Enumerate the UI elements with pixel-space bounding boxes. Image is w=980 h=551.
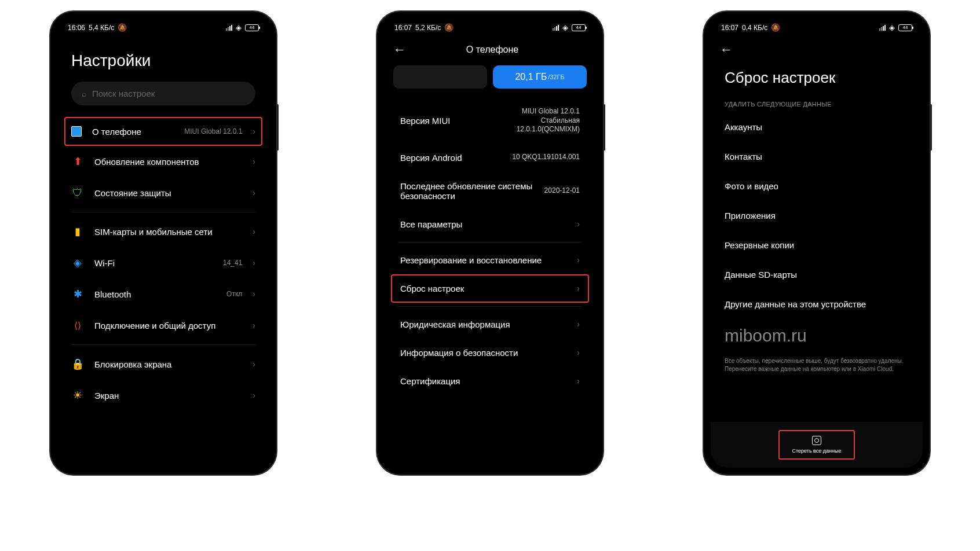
status-time: 16:07: [394, 24, 412, 32]
storage-used: 20,1 ГБ: [515, 72, 547, 82]
row-legal[interactable]: Юридическая информация ›: [391, 310, 589, 339]
status-time: 16:06: [68, 24, 85, 32]
mute-icon: 🔕: [771, 23, 780, 32]
row-all-specs[interactable]: Все параметры ›: [391, 210, 589, 238]
wifi-icon: ◈: [71, 256, 84, 269]
phone-reset: 16:07 0,4 КБ/с 🔕 ◈ 44 ← Сброс настроек У…: [704, 12, 930, 475]
status-bar: 16:07 5,2 КБ/с 🔕 ◈ 44: [384, 19, 596, 34]
back-button[interactable]: ←: [720, 42, 733, 57]
row-certification[interactable]: Сертификация ›: [391, 367, 589, 395]
status-speed: 5,4 КБ/с: [89, 24, 114, 32]
sim-icon: ▮: [71, 225, 84, 238]
signal-icon: [226, 25, 232, 31]
item-wifi[interactable]: ◈ Wi-Fi 14_41 ›: [64, 247, 262, 278]
chevron-right-icon: ›: [577, 219, 580, 229]
item-connection-share[interactable]: ⟨⟩ Подключение и общий доступ ›: [64, 310, 262, 341]
storage-total: /32ГБ: [548, 74, 564, 80]
divider: [398, 242, 582, 243]
item-sim[interactable]: ▮ SIM-карты и мобильные сети ›: [64, 216, 262, 247]
header-bar: ←: [711, 34, 923, 57]
section-label: УДАЛИТЬ СЛЕДУЮЩИЕ ДАННЫЕ: [711, 97, 923, 112]
erase-label: Стереть все данные: [792, 448, 842, 454]
search-placeholder: Поиск настроек: [92, 89, 155, 98]
page-title: Настройки: [57, 34, 269, 82]
signal-icon: [553, 25, 559, 31]
wifi-icon: ◈: [889, 23, 895, 32]
status-speed: 0,4 КБ/с: [742, 24, 767, 32]
data-other: Другие данные на этом устройстве: [711, 289, 923, 319]
row-backup-restore[interactable]: Резервирование и восстановление ›: [391, 246, 589, 274]
divider: [71, 212, 255, 212]
chevron-right-icon: ›: [253, 258, 255, 267]
mute-icon: 🔕: [444, 23, 454, 32]
item-component-update[interactable]: ⬆ Обновление компонентов ›: [64, 146, 262, 177]
battery-icon: 44: [572, 24, 586, 31]
data-accounts: Аккаунты: [711, 112, 923, 142]
chevron-right-icon: ›: [577, 319, 580, 329]
phone-about: 16:07 5,2 КБ/с 🔕 ◈ 44 ← О телефоне 20,1 …: [377, 12, 603, 475]
search-input[interactable]: ⌕ Поиск настроек: [71, 82, 255, 105]
disclaimer: Все объекты, перечисленные выше, будут б…: [711, 352, 923, 380]
erase-bar: Стереть все данные: [711, 422, 923, 468]
divider: [398, 306, 582, 307]
phone-settings: 16:06 5,4 КБ/с 🔕 ◈ 44 Настройки ⌕ Поиск …: [50, 12, 276, 475]
wifi-icon: ◈: [562, 23, 568, 32]
share-icon: ⟨⟩: [71, 319, 84, 332]
chevron-right-icon: ›: [253, 359, 255, 369]
item-bluetooth[interactable]: ✱ Bluetooth Откл ›: [64, 278, 262, 310]
chevron-right-icon: ›: [253, 289, 255, 299]
data-sd: Данные SD-карты: [711, 260, 923, 289]
status-bar: 16:06 5,4 КБ/с 🔕 ◈ 44: [57, 19, 269, 34]
phone-icon: [71, 126, 82, 137]
chevron-right-icon: ›: [253, 127, 255, 136]
data-apps: Приложения: [711, 201, 923, 230]
data-backups: Резервные копии: [711, 230, 923, 260]
lock-icon: 🔒: [71, 358, 84, 370]
chevron-right-icon: ›: [253, 321, 255, 330]
battery-icon: 44: [245, 24, 259, 31]
miui-version-value: MIUI Global 12.0.1 Стабильная 12.0.1.0(Q…: [517, 107, 580, 134]
item-security-status[interactable]: 🛡 Состояние защиты ›: [64, 177, 262, 208]
battery-icon: 44: [898, 24, 912, 31]
search-icon: ⌕: [82, 89, 86, 98]
storage-card[interactable]: 20,1 ГБ /32ГБ: [393, 65, 587, 89]
status-time: 16:07: [721, 24, 738, 32]
item-lock-screen[interactable]: 🔒 Блокировка экрана ›: [64, 348, 262, 380]
status-speed: 5,2 КБ/с: [415, 24, 441, 32]
status-bar: 16:07 0,4 КБ/с 🔕 ◈ 44: [711, 19, 923, 34]
chevron-right-icon: ›: [253, 188, 255, 197]
chevron-right-icon: ›: [577, 348, 580, 357]
bluetooth-icon: ✱: [71, 288, 84, 300]
update-icon: ⬆: [71, 155, 84, 168]
signal-icon: [879, 25, 886, 31]
watermark: miboom.ru: [711, 319, 923, 352]
chevron-right-icon: ›: [253, 157, 255, 166]
wifi-icon: ◈: [236, 23, 242, 32]
mute-icon: 🔕: [118, 23, 127, 32]
brightness-icon: ☀: [71, 389, 84, 402]
chevron-right-icon: ›: [577, 284, 580, 293]
chevron-right-icon: ›: [253, 391, 255, 400]
row-safety-info[interactable]: Информация о безопасности ›: [391, 339, 589, 367]
chevron-right-icon: ›: [253, 227, 255, 236]
row-miui-version[interactable]: Версия MIUI MIUI Global 12.0.1 Стабильна…: [391, 98, 589, 144]
row-security-update[interactable]: Последнее обновление системы безопасност…: [391, 172, 589, 210]
chevron-right-icon: ›: [577, 255, 580, 265]
page-title: Сброс настроек: [711, 57, 923, 97]
chevron-right-icon: ›: [577, 376, 580, 385]
shield-icon: 🛡: [71, 186, 84, 199]
row-android-version[interactable]: Версия Android 10 QKQ1.191014.001: [391, 144, 589, 172]
header-title: О телефоне: [415, 45, 569, 55]
header-bar: ← О телефоне: [384, 34, 596, 65]
data-photos: Фото и видео: [711, 171, 923, 201]
erase-all-button[interactable]: Стереть все данные: [778, 430, 855, 460]
divider: [71, 344, 255, 345]
item-about-phone[interactable]: О телефоне MIUI Global 12.0.1 ›: [64, 117, 262, 146]
data-contacts: Контакты: [711, 142, 923, 171]
item-display[interactable]: ☀ Экран ›: [64, 380, 262, 411]
row-factory-reset[interactable]: Сброс настроек ›: [391, 274, 589, 303]
erase-icon: [812, 436, 821, 445]
back-button[interactable]: ←: [393, 42, 406, 57]
